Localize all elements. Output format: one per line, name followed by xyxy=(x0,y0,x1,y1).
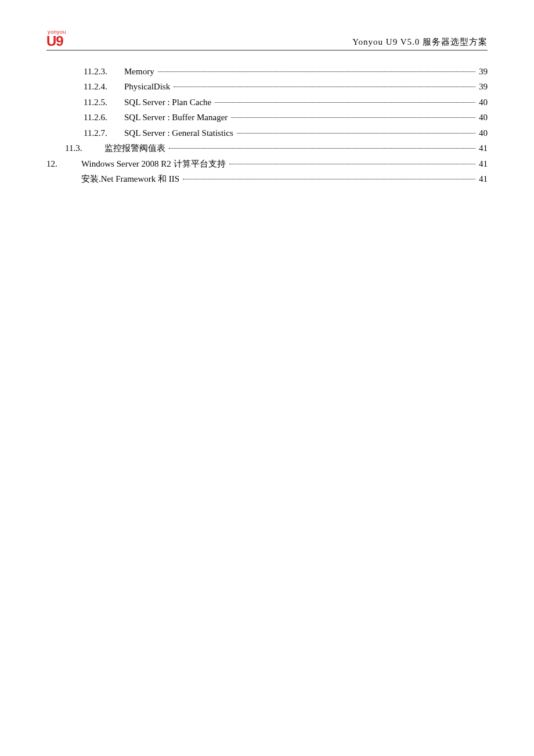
toc-entry-number: 11.2.3. xyxy=(84,64,124,80)
toc-entry-title: SQL Server : Plan Cache xyxy=(124,95,211,110)
toc-entry-page: 39 xyxy=(479,64,488,80)
toc-entry[interactable]: 11.3.监控报警阀值表41 xyxy=(46,141,488,156)
toc-entry-title: Windows Server 2008 R2 计算平台支持 xyxy=(81,157,226,172)
toc-entry-number: 11.2.4. xyxy=(84,80,124,95)
toc-entry-number: 11.2.5. xyxy=(84,95,124,110)
toc-leader-dots xyxy=(237,133,475,134)
toc-entry[interactable]: 11.2.6.SQL Server : Buffer Manager40 xyxy=(46,110,488,125)
table-of-contents: 11.2.3.Memory3911.2.4.PhysicalDisk3911.2… xyxy=(46,64,488,187)
logo-product-text: U9 xyxy=(46,35,63,48)
toc-entry[interactable]: 11.2.3.Memory39 xyxy=(46,64,488,80)
toc-leader-dots xyxy=(231,117,475,118)
toc-entry-page: 40 xyxy=(479,110,488,125)
toc-entry-page: 40 xyxy=(479,126,488,141)
toc-entry-title: 安装.Net Framework 和 IIS xyxy=(81,172,179,187)
toc-entry[interactable]: 安装.Net Framework 和 IIS41 xyxy=(46,172,488,187)
toc-entry-page: 39 xyxy=(479,80,488,95)
toc-entry-number: 12. xyxy=(46,157,81,172)
toc-entry[interactable]: 12.Windows Server 2008 R2 计算平台支持41 xyxy=(46,157,488,172)
toc-leader-dots xyxy=(229,164,475,164)
toc-entry-number: 11.2.7. xyxy=(84,126,124,141)
toc-entry[interactable]: 11.2.5.SQL Server : Plan Cache40 xyxy=(46,95,488,110)
toc-entry-number: 11.2.6. xyxy=(84,110,124,125)
header-title: Yonyou U9 V5.0 服务器选型方案 xyxy=(352,37,488,48)
toc-entry-title: SQL Server : General Statistics xyxy=(124,126,233,141)
toc-entry[interactable]: 11.2.4.PhysicalDisk39 xyxy=(46,80,488,95)
document-page: yonyou U9 Yonyou U9 V5.0 服务器选型方案 11.2.3.… xyxy=(0,0,534,217)
toc-entry[interactable]: 11.2.7.SQL Server : General Statistics40 xyxy=(46,126,488,141)
toc-leader-dots xyxy=(158,71,475,72)
toc-leader-dots xyxy=(183,179,475,179)
toc-entry-page: 40 xyxy=(479,95,488,110)
toc-leader-dots xyxy=(169,148,475,149)
toc-leader-dots xyxy=(215,102,475,103)
toc-entry-page: 41 xyxy=(479,157,488,172)
toc-entry-number: 11.3. xyxy=(65,141,104,156)
page-header: yonyou U9 Yonyou U9 V5.0 服务器选型方案 xyxy=(46,29,488,51)
toc-leader-dots xyxy=(174,87,475,87)
toc-entry-page: 41 xyxy=(479,141,488,156)
toc-entry-title: 监控报警阀值表 xyxy=(104,141,165,156)
toc-entry-page: 41 xyxy=(479,172,488,187)
toc-entry-title: Memory xyxy=(124,64,154,80)
toc-entry-title: SQL Server : Buffer Manager xyxy=(124,110,228,125)
toc-entry-title: PhysicalDisk xyxy=(124,80,170,95)
logo: yonyou U9 xyxy=(46,29,66,48)
